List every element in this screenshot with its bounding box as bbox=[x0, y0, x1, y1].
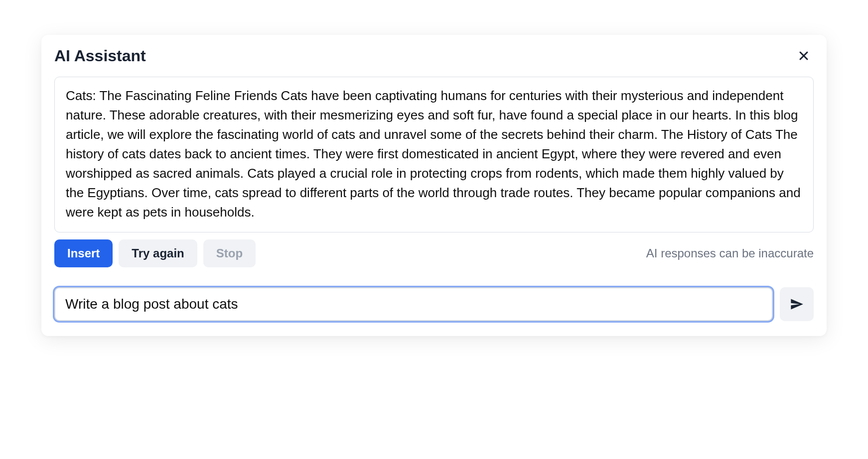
send-button[interactable] bbox=[780, 287, 814, 321]
insert-button[interactable]: Insert bbox=[54, 239, 113, 267]
ai-response-text: Cats: The Fascinating Feline Friends Cat… bbox=[66, 88, 801, 220]
modal-header: AI Assistant bbox=[54, 46, 814, 66]
stop-button: Stop bbox=[203, 239, 256, 267]
disclaimer-text: AI responses can be inaccurate bbox=[646, 246, 814, 260]
close-icon bbox=[798, 50, 810, 62]
send-icon bbox=[790, 297, 804, 311]
ai-assistant-modal: AI Assistant Cats: The Fascinating Felin… bbox=[41, 35, 827, 336]
ai-response-box: Cats: The Fascinating Feline Friends Cat… bbox=[54, 77, 814, 232]
action-row: Insert Try again Stop AI responses can b… bbox=[54, 239, 814, 267]
input-row bbox=[54, 287, 814, 321]
modal-title: AI Assistant bbox=[54, 47, 146, 65]
try-again-button[interactable]: Try again bbox=[119, 239, 197, 267]
close-button[interactable] bbox=[794, 46, 814, 66]
prompt-input[interactable] bbox=[54, 287, 773, 321]
